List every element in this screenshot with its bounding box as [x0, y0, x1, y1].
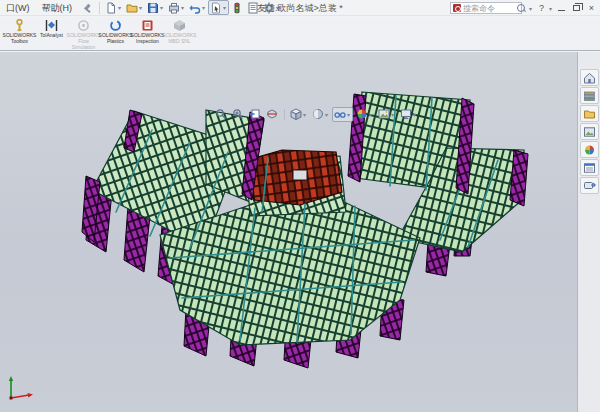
library-books-icon [583, 90, 596, 102]
hide-show-items-button[interactable]: ▾ [332, 107, 353, 122]
print-icon [168, 2, 180, 14]
flow-simulation-icon [77, 19, 90, 32]
tab-design-library[interactable] [580, 87, 599, 104]
close-button[interactable]: × [585, 2, 598, 15]
origin-triad [5, 374, 37, 404]
graphics-area[interactable]: ▾ ▾ ▾ ▾ ▾ ▾ [0, 52, 600, 412]
addin-inspection-button[interactable]: SOLIDWORKS Inspection [132, 19, 163, 50]
view-palette-icon [583, 126, 596, 138]
display-style-button[interactable]: ▾ [310, 107, 331, 122]
minimize-icon [558, 10, 565, 12]
zoom-to-area-button[interactable] [230, 107, 246, 122]
home-icon [583, 72, 596, 84]
file-properties-icon [247, 2, 259, 14]
zoom-to-area-icon [232, 108, 244, 120]
addins-toolbar: SOLIDWORKS Toolbox TolAnalyst SOLIDWORKS… [0, 17, 600, 51]
help-button[interactable]: ? [535, 2, 548, 15]
scene-icon [378, 108, 390, 120]
display-style-icon [312, 108, 324, 120]
zoom-to-fit-icon [215, 108, 227, 120]
tab-solidworks-forum[interactable] [580, 177, 599, 194]
menu-window[interactable]: 口(W) [0, 0, 36, 16]
menu-help[interactable]: 帮助(H) [36, 0, 79, 16]
section-view-icon [266, 108, 278, 120]
addin-toolbox-button[interactable]: SOLIDWORKS Toolbox [4, 19, 35, 50]
headsup-view-toolbar: ▾ ▾ ▾ ▾ ▾ ▾ [213, 106, 420, 122]
save-icon [147, 2, 159, 14]
save-button[interactable]: ▾ [145, 0, 166, 15]
view-orientation-button[interactable]: ▾ [288, 107, 309, 122]
rebuild-button[interactable] [229, 0, 245, 15]
appearances-ball-icon [583, 144, 596, 156]
addin-tolanalyst-button[interactable]: TolAnalyst [36, 19, 67, 50]
view-cube-icon [290, 108, 302, 120]
tab-custom-properties[interactable] [580, 159, 599, 176]
task-pane [577, 52, 600, 412]
magnifier-icon [517, 4, 526, 13]
inspection-icon [141, 19, 154, 32]
file-properties-button[interactable] [245, 0, 261, 15]
custom-properties-icon [583, 162, 596, 174]
forum-share-icon [583, 180, 596, 192]
tab-file-explorer[interactable] [580, 105, 599, 122]
zoom-to-fit-button[interactable] [213, 107, 229, 122]
red-formwork-zone [248, 150, 342, 205]
search-input[interactable] [463, 4, 519, 13]
undo-button[interactable]: ▾ [187, 0, 208, 15]
view-settings-button[interactable]: ▾ [398, 107, 419, 122]
title-bar: 口(W) 帮助(H) ▾ ▾ ▾ ▾ ▾ ▾ ▾ [0, 0, 600, 16]
tab-appearances-scenes[interactable] [580, 141, 599, 158]
solidworks-window: 口(W) 帮助(H) ▾ ▾ ▾ ▾ ▾ ▾ ▾ [0, 0, 600, 412]
search-box[interactable] [450, 2, 522, 14]
search-options-button[interactable] [515, 2, 528, 15]
monitor-icon [400, 108, 412, 120]
tab-view-palette[interactable] [580, 123, 599, 140]
minimize-button[interactable] [555, 2, 568, 15]
plastics-icon [109, 19, 122, 32]
edit-appearance-button[interactable]: ▾ [354, 107, 375, 122]
toolbox-icon [13, 19, 26, 32]
open-folder-icon [126, 2, 138, 14]
select-cursor-icon [210, 2, 222, 14]
toolbar-separator [99, 2, 100, 14]
traffic-light-icon [231, 2, 243, 14]
appearance-ball-icon [356, 108, 368, 120]
new-document-icon [105, 2, 117, 14]
section-view-button[interactable] [264, 107, 280, 122]
previous-view-icon [249, 108, 261, 120]
previous-view-button[interactable] [247, 107, 263, 122]
options-button[interactable]: ▾ [261, 0, 282, 15]
solidworks-badge-icon [453, 4, 461, 12]
restore-icon [573, 5, 580, 11]
apply-scene-button[interactable]: ▾ [376, 107, 397, 122]
open-button[interactable]: ▾ [124, 0, 145, 15]
undo-icon [189, 2, 201, 14]
mbd-snl-icon [173, 19, 186, 32]
tolanalyst-icon [45, 19, 58, 32]
new-button[interactable]: ▾ [103, 0, 124, 15]
folder-icon [583, 108, 596, 120]
restore-button[interactable] [570, 2, 583, 15]
addin-plastics-button[interactable]: SOLIDWORKS Plastics [100, 19, 131, 50]
tab-solidworks-resources[interactable] [580, 69, 599, 86]
gear-icon [263, 2, 275, 14]
glasses-icon [334, 108, 346, 120]
pin-menu-icon[interactable] [82, 3, 92, 13]
print-button[interactable]: ▾ [166, 0, 187, 15]
addin-flow-simulation-button[interactable]: SOLIDWORKS Flow Simulation [68, 19, 99, 50]
addin-mbd-snl-button[interactable]: SOLIDWORKS MBD SNL [164, 19, 195, 50]
select-button[interactable]: ▾ [208, 0, 229, 15]
